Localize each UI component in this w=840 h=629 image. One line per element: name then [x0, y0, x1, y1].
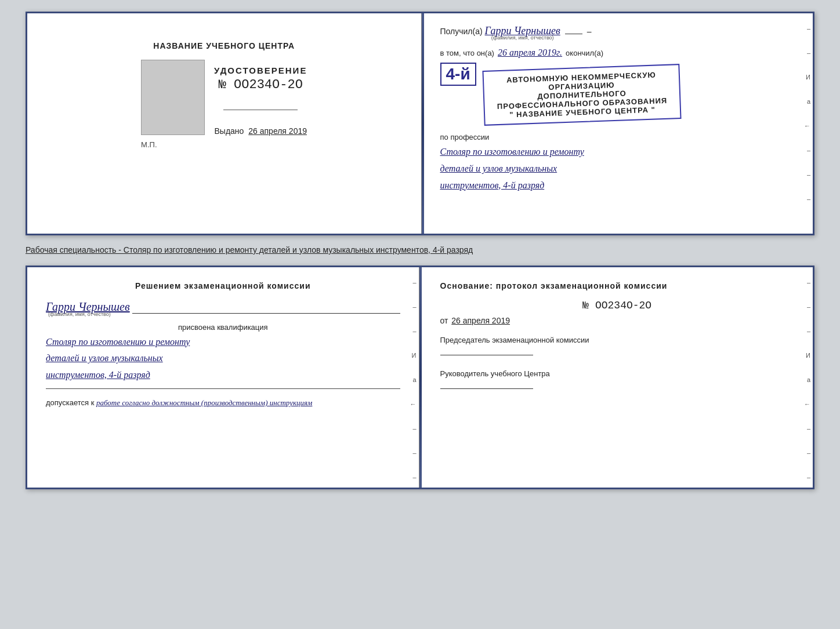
bottom-side-labels: – – – И а ← – – – [410, 279, 417, 481]
bottom-profession-2: деталей и узлов музыкальных [46, 350, 400, 367]
top-document: НАЗВАНИЕ УЧЕБНОГО ЦЕНТРА УДОСТОВЕРЕНИЕ №… [26, 12, 814, 235]
r-side-dash-1: – [807, 279, 810, 286]
allowed-value: работе согласно должностным (производств… [96, 398, 312, 407]
photo-placeholder [141, 60, 205, 135]
name-underline [132, 300, 400, 314]
issued-label: Выдано [215, 126, 244, 136]
vtom-prefix: в том, что он(а) [440, 49, 494, 57]
chairman-sign-line [440, 355, 533, 355]
r-side-dash-2: – [807, 303, 810, 310]
protocol-number: № OO234O-2O [440, 300, 795, 311]
bottom-document: Решением экзаменационной комиссии Гарри … [26, 266, 814, 489]
director-section: Руководитель учебного Центра [440, 368, 795, 392]
completed-block: в том, что он(а) 26 апреля 2019г. окончи… [440, 48, 797, 58]
protocol-date: от 26 апреля 2019 [440, 316, 795, 325]
top-left-panel: НАЗВАНИЕ УЧЕБНОГО ЦЕНТРА УДОСТОВЕРЕНИЕ №… [27, 13, 422, 234]
b-side-arrow: ← [410, 401, 417, 408]
side-labels: – – И а ← – – – [804, 25, 810, 202]
stamp-box: АВТОНОМНУЮ НЕКОММЕРЧЕСКУЮ ОРГАНИЗАЦИЮ ДО… [482, 64, 681, 126]
r-side-dash-4: – [807, 425, 810, 432]
side-dash-1: – [807, 25, 810, 32]
dash: – [587, 27, 592, 36]
profession-label: по профессии [440, 133, 797, 141]
director-sign-line [440, 388, 533, 389]
bottom-right-panel: Основание: протокол экзаменационной коми… [422, 267, 813, 488]
side-dash-4: – [807, 171, 810, 178]
stamp-area: 4-й АВТОНОМНУЮ НЕКОММЕРЧЕСКУЮ ОРГАНИЗАЦИ… [440, 63, 797, 127]
cert-label: УДОСТОВЕРЕНИЕ [214, 66, 307, 75]
caption-text: Рабочая специальность - Столяр по изгото… [26, 245, 473, 254]
r-side-dash-3: – [807, 328, 810, 335]
r-side-а: а [807, 376, 810, 383]
cert-section: УДОСТОВЕРЕНИЕ № OO234O-2O [214, 66, 307, 92]
b-side-И: И [412, 352, 417, 359]
side-dash-2: – [807, 49, 810, 56]
chairman-section: Председатель экзаменационной комиссии [440, 335, 795, 359]
b-side-dash-5: – [412, 449, 416, 456]
director-label: Руководитель учебного Центра [440, 368, 795, 380]
b-side-а: а [412, 376, 416, 383]
r-side-И: И [806, 352, 810, 359]
profession-line2: деталей и узлов музыкальных [440, 161, 797, 177]
year-badge: 4-й [440, 63, 476, 86]
cert-number: № OO234O-2O [214, 78, 307, 92]
right-side-labels-bottom: – – – И а ← – – – [804, 279, 810, 481]
b-side-dash-3: – [412, 328, 416, 335]
separator-line [46, 388, 400, 389]
mp-label: М.П. [141, 140, 157, 149]
received-line: Получил(а) Гарри Чернышев (фамилия, имя,… [440, 25, 797, 41]
allowed-prefix: допускается к [46, 398, 94, 407]
received-prefix: Получил(а) [440, 27, 483, 36]
completed-label: окончил(а) [566, 49, 603, 57]
basis-title: Основание: протокол экзаменационной коми… [440, 281, 795, 290]
side-И: И [806, 74, 810, 81]
side-а: а [807, 98, 810, 105]
profession-line1: Столяр по изготовлению и ремонту [440, 144, 797, 161]
r-side-dash-5: – [807, 449, 810, 456]
commission-title: Решением экзаменационной комиссии [46, 281, 400, 290]
issued-section: Выдано 26 апреля 2019 [215, 126, 307, 136]
bottom-profession-3: инструментов, 4-й разряд [46, 367, 400, 384]
b-side-dash-6: – [412, 474, 416, 481]
caption: Рабочая специальность - Столяр по изгото… [26, 245, 814, 256]
side-arrow: ← [804, 122, 810, 129]
photo-row: УДОСТОВЕРЕНИЕ № OO234O-2O Выдано 26 апре… [141, 60, 307, 136]
date-prefix: от [440, 316, 448, 325]
name-section: Гарри Чернышев (фамилия, имя, отчество) [46, 300, 400, 317]
side-dash-5: – [807, 195, 810, 202]
profession-line3: инструментов, 4-й разряд [440, 177, 797, 194]
b-side-dash-4: – [412, 425, 416, 432]
chairman-label: Председатель экзаменационной комиссии [440, 335, 795, 346]
completed-date: 26 апреля 2019г. [498, 48, 562, 58]
bottom-profession-1: Столяр по изготовлению и ремонту [46, 334, 400, 351]
name-sublabel: (фамилия, имя, отчество) [485, 35, 560, 41]
protocol-date-value: 26 апреля 2019 [451, 316, 510, 325]
b-side-dash-2: – [412, 303, 416, 310]
b-side-dash-1: – [412, 279, 416, 286]
bottom-left-panel: Решением экзаменационной комиссии Гарри … [27, 267, 419, 488]
top-right-panel: Получил(а) Гарри Чернышев (фамилия, имя,… [424, 13, 813, 234]
center-title: НАЗВАНИЕ УЧЕБНОГО ЦЕНТРА [153, 41, 295, 50]
issued-date: 26 апреля 2019 [248, 126, 307, 136]
r-side-dash-6: – [807, 474, 810, 481]
qualification-label: присвоена квалификация [46, 323, 400, 332]
side-dash-3: – [807, 147, 810, 154]
allowed-label: допускается к работе согласно должностны… [46, 398, 400, 408]
r-side-arrow: ← [804, 401, 810, 408]
